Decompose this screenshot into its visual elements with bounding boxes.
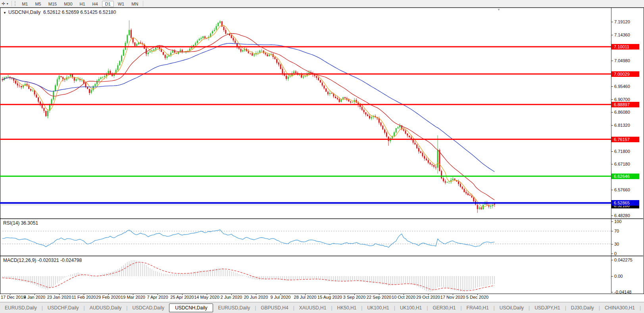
time-tick-label: 20 Jun 2020 [244, 295, 268, 300]
price-tick-label: 6.48280 [614, 213, 630, 218]
chart-tab-gbpusd-h4[interactable]: GBPUSD,H4 [256, 304, 293, 312]
time-tick-label: 19 Mar 2020 [121, 295, 145, 300]
rsi-tick-mark [611, 221, 613, 222]
price-tick-mark [611, 125, 613, 126]
time-tick-label: 11 Feb 2020 [72, 295, 96, 300]
chart-tab-eurusd-daily[interactable]: EURUSD,Daily [213, 304, 255, 312]
rsi-axis-label: 30 [614, 242, 619, 246]
time-tick-label: 28 Jul 2020 [294, 295, 317, 300]
horizontal-level-lines[interactable] [0, 47, 611, 205]
price-tick-mark [611, 99, 613, 100]
price-tick-label: 7.19120 [614, 19, 630, 24]
level-price-label: 6.76157 [611, 137, 639, 142]
time-tick-label: 25 Apr 2020 [170, 295, 194, 300]
macd-indicator-label: MACD(12,26,9) -0.020321 -0.024798 [3, 258, 82, 263]
rsi-plot[interactable] [0, 230, 611, 248]
moving-average-20 [2, 34, 494, 200]
price-tick-label: 6.95460 [614, 84, 630, 89]
macd-tick-mark [611, 276, 613, 277]
time-tick-label: 2 Jun 2020 [221, 295, 242, 300]
chart-tab-ger30-h1[interactable]: GER30,H1 [428, 304, 460, 312]
price-tick-label: 6.71800 [614, 149, 630, 154]
price-tick-mark [611, 216, 613, 216]
time-tick-label: 29 Feb 2020 [96, 295, 121, 300]
level-price-label: 6.52865 [611, 200, 639, 206]
macd-tick-mark [611, 260, 613, 260]
macd-axis-label: -0.04148 [614, 290, 631, 294]
macd-axis-label: 0.00 [614, 274, 623, 279]
level-price-label: 7.10011 [611, 44, 639, 50]
price-tick-label: 7.04980 [614, 58, 630, 63]
price-tick-label: 6.81320 [614, 123, 630, 128]
price-tick-mark [611, 86, 613, 87]
chart-tab-bar: EURUSD,Daily|USDCHF,Daily|AUDUSD,Daily|U… [0, 302, 644, 313]
chart-tab-uk100-h1[interactable]: UK100,H1 [362, 304, 394, 312]
chart-tab-uk100-h1[interactable]: UK100,H1 [395, 304, 427, 312]
rsi-indicator-label: RSI(14) 36.3051 [3, 220, 38, 226]
price-tick-mark [611, 164, 613, 164]
chart-tab-fra40-h1[interactable]: FRA40,H1 [462, 304, 494, 312]
chart-tab-usdcad-daily[interactable]: USDCAD,Daily [127, 304, 169, 312]
time-tick-label: 7 Apr 2020 [147, 295, 168, 300]
mt4-chart-window: ✛ ▼ M1M5M15M30H1H4D1W1MN ▼USDCNH,Daily 6… [0, 0, 644, 313]
chart-tab-xauusd-h1[interactable]: XAUUSD,H1 [294, 304, 331, 312]
rsi-axis-label: 0 [614, 251, 617, 256]
time-tick-label: 15 Aug 2020 [317, 295, 342, 300]
time-tick-label: 22 Sep 2020 [367, 295, 391, 300]
rsi-axis-label: 70 [614, 229, 619, 233]
price-tick-mark [611, 22, 613, 22]
chart-tab-usoil-[interactable]: USOil, [641, 304, 644, 312]
time-tick-label: 9 Jul 2020 [271, 295, 291, 300]
price-tick-label: 6.57660 [614, 187, 630, 192]
chart-tab-usdcnh-daily[interactable]: USDCNH,Daily [169, 303, 213, 312]
time-tick-label: 17 Dec 2019 [1, 295, 25, 300]
price-tick-label: 6.67180 [614, 162, 630, 166]
chart-ohlc-values: 6.52612 6.52659 6.51425 6.52180 [43, 10, 116, 15]
price-tick-label: 7.14360 [614, 32, 630, 37]
chart-tab-usdjpy-h1[interactable]: USDJPY,H1 [530, 304, 565, 312]
rsi-axis-label: 100 [614, 219, 621, 224]
chart-shift-marker-icon[interactable]: ▼ [497, 8, 500, 11]
price-tick-mark [611, 35, 613, 35]
price-tick-mark [611, 151, 613, 152]
price-tick-label: 6.90700 [614, 97, 630, 102]
rsi-tick-mark [611, 244, 613, 244]
price-chart-canvas[interactable] [0, 0, 644, 302]
collapse-triangle-icon[interactable]: ▼ [3, 11, 6, 15]
time-tick-label: 17 Nov 2020 [440, 295, 465, 300]
price-tick-mark [611, 61, 613, 61]
macd-plot[interactable] [2, 260, 494, 292]
chart-tab-dj30-daily[interactable]: DJ30,Daily [566, 304, 599, 312]
time-tick-label: 23 Jan 2020 [47, 295, 71, 300]
time-tick-label: 4 Jan 2020 [24, 295, 45, 300]
rsi-tick-mark [611, 231, 613, 231]
chart-tab-eurusd-daily[interactable]: EURUSD,Daily [0, 304, 42, 312]
chart-tab-usoil-daily[interactable]: USOil,Daily [495, 304, 529, 312]
chart-tab-usdchf-daily[interactable]: USDCHF,Daily [43, 304, 84, 312]
time-tick-label: 10 Oct 2020 [392, 295, 415, 300]
time-tick-label: 5 Dec 2020 [466, 295, 488, 300]
price-tick-label: 6.86080 [614, 110, 630, 115]
price-tick-mark [611, 190, 613, 190]
chart-tab-hk50-h1[interactable]: HK50,H1 [333, 304, 361, 312]
chart-tab-audusd-daily[interactable]: AUDUSD,Daily [85, 304, 127, 312]
chart-tab-china300-h1[interactable]: CHINA300,H1 [600, 304, 640, 312]
chart-title: ▼USDCNH,Daily 6.52612 6.52659 6.51425 6.… [3, 10, 116, 15]
level-price-label: 7.00029 [611, 71, 639, 77]
time-tick-label: 14 May 2020 [194, 295, 219, 300]
price-tick-mark [611, 112, 613, 113]
chart-symbol: USDCNH,Daily [8, 10, 40, 15]
level-price-label: 6.88897 [611, 102, 639, 107]
level-price-label: 6.62646 [611, 174, 639, 179]
time-tick-label: 29 Oct 2020 [416, 295, 440, 300]
time-tick-label: 3 Sep 2020 [343, 295, 365, 300]
rsi-tick-mark [611, 254, 613, 254]
macd-axis-label: 0.042275 [614, 258, 632, 262]
macd-tick-mark [611, 292, 613, 292]
